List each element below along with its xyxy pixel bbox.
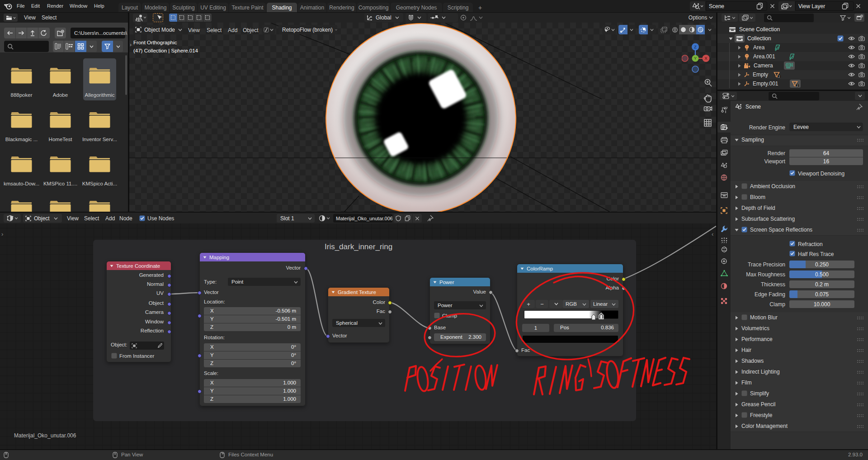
svg-text:2: 2 [796,83,798,87]
svg-text:Y: Y [694,56,697,61]
svg-text:2: 2 [778,74,780,78]
svg-text:Z: Z [694,45,697,49]
svg-text:X: X [704,56,707,61]
